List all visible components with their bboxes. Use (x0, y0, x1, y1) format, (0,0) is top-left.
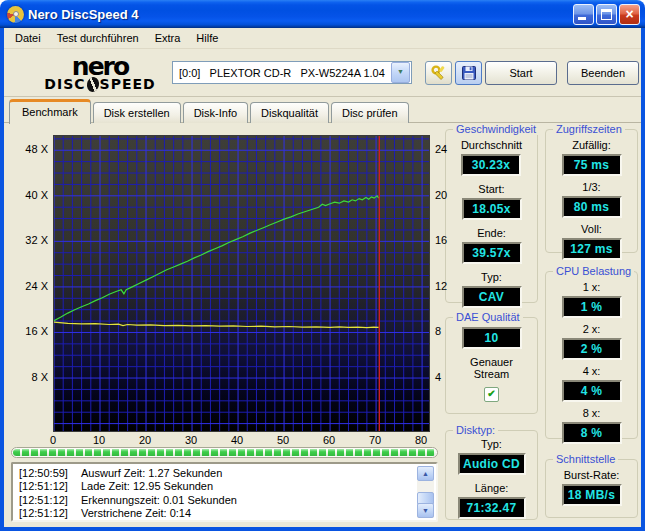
panel-schnittstelle: Schnittstelle Burst-Rate: 18 MB/s (545, 459, 638, 518)
burst-rate-label: Burst-Rate: (562, 469, 622, 481)
tab-disk-info[interactable]: Disk-Info (183, 102, 248, 123)
axis-tick-label: 8 (435, 325, 459, 337)
axis-tick-label: 16 X (4, 325, 48, 337)
menu-bar: Datei Test durchführen Extra Hilfe (4, 28, 641, 49)
window-frame: Datei Test durchführen Extra Hilfe nero … (0, 28, 645, 531)
scroll-up-icon[interactable]: ▲ (417, 466, 434, 481)
panel-title: Geschwindigkeit (453, 123, 539, 135)
close-button[interactable]: × (619, 4, 640, 25)
cpu-1x-label: 1 x: (562, 281, 622, 293)
minimize-icon (578, 17, 586, 20)
speed-type-label: Typ: (462, 271, 522, 283)
third-access-value: 80 ms (562, 196, 622, 218)
axis-tick-label: 10 (87, 434, 111, 446)
cpu-1x-value: 1 % (562, 296, 622, 318)
axis-tick-label: 60 (317, 434, 341, 446)
log-line: [12:51:12]Verstrichene Zeit: 0:14 (19, 507, 430, 520)
end-speed-value: 39.57x (462, 242, 522, 264)
tools-icon (430, 64, 448, 82)
axis-tick-label: 0 (41, 434, 65, 446)
disc-length-label: Länge: (458, 482, 526, 494)
panel-title: Zugriffszeiten (553, 123, 625, 135)
log-line: [12:50:59]Auswurf Zeit: 1.27 Sekunden (19, 467, 430, 480)
tab-disk-erstellen[interactable]: Disk erstellen (93, 102, 181, 123)
menu-extra[interactable]: Extra (147, 30, 189, 46)
axis-tick-label: 20 (133, 434, 157, 446)
cpu-4x-label: 4 x: (562, 365, 622, 377)
progress-fill (13, 449, 436, 456)
minimize-button[interactable] (573, 4, 594, 25)
tab-diskqualitaet[interactable]: Diskqualität (250, 102, 329, 123)
close-icon: × (620, 5, 639, 24)
menu-hilfe[interactable]: Hilfe (188, 30, 226, 46)
cpu-8x-value: 8 % (562, 422, 622, 444)
chevron-down-icon[interactable]: ▼ (391, 62, 410, 83)
panel-cpu-belastung: CPU Belastung 1 x: 1 % 2 x: 2 % 4 x: 4 %… (545, 271, 638, 439)
burst-rate-value: 18 MB/s (562, 484, 622, 506)
menu-test-durchfuehren[interactable]: Test durchführen (49, 30, 147, 46)
axis-tick-label: 80 (409, 434, 433, 446)
axis-tick-label: 4 (435, 371, 459, 383)
panel-disktyp: Disktyp: Typ: Audio CD Länge: 71:32.47 (445, 430, 538, 520)
axis-tick-label: 30 (179, 434, 203, 446)
avg-speed-label: Durchschnitt (461, 139, 522, 151)
tab-benchmark[interactable]: Benchmark (9, 99, 91, 124)
axis-tick-label: 40 X (4, 189, 48, 201)
maximize-button[interactable] (596, 4, 617, 25)
axis-tick-label: 16 (435, 234, 459, 246)
menu-datei[interactable]: Datei (7, 30, 49, 46)
disc-length-value: 71:32.47 (458, 497, 526, 519)
panel-title: Schnittstelle (553, 453, 618, 465)
full-access-label: Voll: (562, 223, 622, 235)
random-access-value: 75 ms (562, 154, 622, 176)
check-icon: ✔ (487, 388, 495, 399)
cpu-4x-value: 4 % (562, 380, 622, 402)
disc-type-label: Typ: (458, 438, 526, 450)
window-title: Nero DiscSpeed 4 (28, 7, 571, 22)
panel-title: Disktyp: (453, 424, 498, 436)
progress-bar (11, 447, 438, 458)
start-button[interactable]: Start (485, 61, 557, 85)
benchmark-page: [12:50:59]Auswurf Zeit: 1.27 Sekunden [1… (4, 123, 641, 527)
axis-tick-label: 48 X (4, 143, 48, 155)
accurate-stream-checkbox[interactable]: ✔ (484, 387, 499, 402)
logo-brand: nero (34, 54, 166, 79)
log-panel[interactable]: [12:50:59]Auswurf Zeit: 1.27 Sekunden [1… (11, 462, 438, 522)
scroll-down-icon[interactable]: ▼ (417, 503, 434, 518)
nero-discspeed-logo: nero DISCSPEED (34, 54, 166, 92)
cpu-8x-label: 8 x: (562, 407, 622, 419)
panel-title: DAE Qualität (453, 311, 523, 323)
app-icon (7, 6, 24, 23)
third-access-label: 1/3: (562, 181, 622, 193)
full-access-value: 127 ms (562, 238, 622, 260)
quit-button[interactable]: Beenden (567, 61, 639, 85)
dae-quality-value: 10 (462, 327, 522, 349)
tab-disc-pruefen[interactable]: Disc prüfen (331, 102, 409, 123)
logo-speed-text: SPEED (100, 77, 156, 91)
axis-tick-label: 40 (225, 434, 249, 446)
axis-tick-label: 20 (435, 189, 459, 201)
title-bar: Nero DiscSpeed 4 × (0, 0, 645, 28)
disc-type-value: Audio CD (458, 453, 526, 475)
start-speed-label: Start: (462, 183, 522, 195)
drive-select-value: [0:0] PLEXTOR CD-R PX-W5224A 1.04 (179, 67, 391, 79)
log-scrollbar[interactable]: ▲ ▼ (417, 466, 434, 518)
drive-select[interactable]: [0:0] PLEXTOR CD-R PX-W5224A 1.04 ▼ (172, 61, 412, 84)
random-access-label: Zufällig: (562, 139, 622, 151)
axis-tick-label: 50 (271, 434, 295, 446)
logo-disc-text: DISC (44, 77, 85, 91)
axis-tick-label: 8 X (4, 371, 48, 383)
log-line: [12:51:12]Erkennungszeit: 0.01 Sekunden (19, 494, 430, 507)
save-icon (461, 65, 477, 81)
panel-zugriffszeiten: Zugriffszeiten Zufällig: 75 ms 1/3: 80 m… (545, 129, 638, 253)
toolbar: nero DISCSPEED [0:0] PLEXTOR CD-R PX-W52… (4, 49, 641, 97)
save-button[interactable] (455, 61, 482, 85)
axis-tick-label: 12 (435, 280, 459, 292)
accurate-stream-label: GenauerStream (470, 356, 513, 380)
end-speed-label: Ende: (462, 227, 522, 239)
tab-bar: Benchmark Disk erstellen Disk-Info Diskq… (4, 97, 641, 123)
benchmark-chart (53, 135, 430, 432)
panel-title: CPU Belastung (553, 265, 634, 277)
start-speed-value: 18.05x (462, 198, 522, 220)
options-button[interactable] (425, 61, 452, 85)
